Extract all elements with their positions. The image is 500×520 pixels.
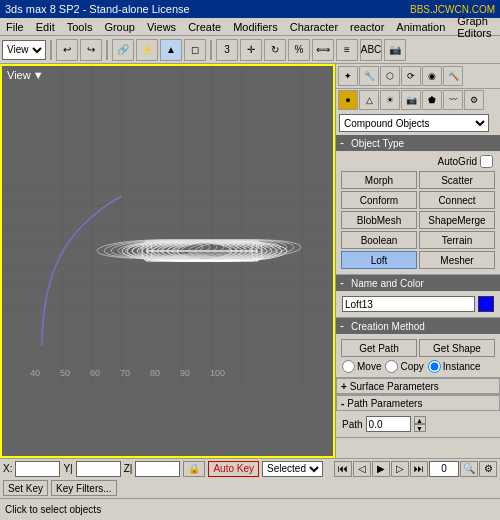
radio-copy[interactable] bbox=[385, 360, 398, 373]
mirror-btn[interactable]: ⟺ bbox=[312, 39, 334, 61]
blobmesh-btn[interactable]: BlobMesh bbox=[341, 211, 417, 229]
select-filter-btn[interactable]: 3 bbox=[216, 39, 238, 61]
key-filters-btn[interactable]: Key Filters... bbox=[51, 480, 117, 496]
undo-btn[interactable]: ↩ bbox=[56, 39, 78, 61]
link-btn[interactable]: 🔗 bbox=[112, 39, 134, 61]
lock-btn[interactable]: 🔒 bbox=[183, 461, 205, 477]
status-bar: Click to select objects bbox=[0, 498, 500, 520]
radio-instance-label[interactable]: Instance bbox=[428, 360, 481, 373]
name-color-label: Name and Color bbox=[351, 278, 424, 289]
snap-btn[interactable]: ABC bbox=[360, 39, 382, 61]
object-type-label: Object Type bbox=[351, 138, 404, 149]
panel-icon-lights[interactable]: ☀ bbox=[380, 90, 400, 110]
zoom-time-btn[interactable]: 🔍 bbox=[460, 461, 478, 477]
terrain-btn[interactable]: Terrain bbox=[419, 231, 495, 249]
panel-icon-shapes[interactable]: △ bbox=[359, 90, 379, 110]
object-type-section: - Object Type AutoGrid Morph Scatter Con… bbox=[336, 135, 500, 275]
panel-icon-systems[interactable]: ⚙ bbox=[464, 90, 484, 110]
menu-graph[interactable]: Graph Editors bbox=[451, 18, 497, 35]
panel-icon-utilities[interactable]: 🔨 bbox=[443, 66, 463, 86]
object-name-input[interactable] bbox=[342, 296, 475, 312]
status-text: Click to select objects bbox=[5, 504, 101, 515]
radio-move-label[interactable]: Move bbox=[342, 360, 381, 373]
loft-btn[interactable]: Loft bbox=[341, 251, 417, 269]
menu-group[interactable]: Group bbox=[98, 18, 141, 35]
toolbar-sep-3 bbox=[210, 40, 212, 60]
creation-method-collapse: - bbox=[340, 319, 344, 333]
select-region-btn[interactable]: ◻ bbox=[184, 39, 206, 61]
panel-icon-modify[interactable]: 🔧 bbox=[359, 66, 379, 86]
morph-btn[interactable]: Morph bbox=[341, 171, 417, 189]
menu-animation[interactable]: Animation bbox=[390, 18, 451, 35]
rotate-btn[interactable]: ↻ bbox=[264, 39, 286, 61]
prev-frame-btn[interactable]: ◁ bbox=[353, 461, 371, 477]
x-input[interactable] bbox=[15, 461, 60, 477]
compound-select[interactable]: Compound Objects bbox=[339, 114, 489, 132]
conform-btn[interactable]: Conform bbox=[341, 191, 417, 209]
connect-btn[interactable]: Connect bbox=[419, 191, 495, 209]
menu-edit[interactable]: Edit bbox=[30, 18, 61, 35]
camera-btn[interactable]: 📷 bbox=[384, 39, 406, 61]
path-spin-up[interactable]: ▲ bbox=[414, 416, 426, 424]
z-input[interactable] bbox=[135, 461, 180, 477]
radio-move[interactable] bbox=[342, 360, 355, 373]
path-value-input[interactable] bbox=[366, 416, 411, 432]
panel-icon-motion[interactable]: ⟳ bbox=[401, 66, 421, 86]
path-params-header[interactable]: - Path Parameters bbox=[336, 395, 500, 411]
select-btn[interactable]: ▲ bbox=[160, 39, 182, 61]
boolean-btn[interactable]: Boolean bbox=[341, 231, 417, 249]
path-params-content: Path ▲ ▼ bbox=[336, 411, 500, 437]
compound-dropdown-container: Compound Objects bbox=[339, 114, 497, 132]
panel-icon-cameras[interactable]: 📷 bbox=[401, 90, 421, 110]
path-spin-down[interactable]: ▼ bbox=[414, 424, 426, 432]
shapemerge-btn[interactable]: ShapeMerge bbox=[419, 211, 495, 229]
surface-params-header[interactable]: + Surface Parameters bbox=[336, 378, 500, 394]
path-spinner: ▲ ▼ bbox=[414, 416, 426, 432]
selected-dropdown[interactable]: Selected bbox=[262, 461, 323, 477]
menu-file[interactable]: File bbox=[0, 18, 30, 35]
name-color-header[interactable]: - Name and Color bbox=[336, 275, 500, 291]
frame-input[interactable] bbox=[429, 461, 459, 477]
bind-btn[interactable]: ⚡ bbox=[136, 39, 158, 61]
get-shape-btn[interactable]: Get Shape bbox=[419, 339, 495, 357]
set-key-btn[interactable]: Set Key bbox=[3, 480, 48, 496]
main-toolbar: View ↩ ↪ 🔗 ⚡ ▲ ◻ 3 ✛ ↻ % ⟺ ≡ ABC 📷 bbox=[0, 36, 500, 64]
menu-reactor[interactable]: reactor bbox=[344, 18, 390, 35]
move-btn[interactable]: ✛ bbox=[240, 39, 262, 61]
viewport[interactable]: View ▼ bbox=[0, 64, 335, 458]
panel-icon-hierarchy[interactable]: ⬡ bbox=[380, 66, 400, 86]
scatter-btn[interactable]: Scatter bbox=[419, 171, 495, 189]
radio-copy-label[interactable]: Copy bbox=[385, 360, 423, 373]
menu-character[interactable]: Character bbox=[284, 18, 344, 35]
play-btn[interactable]: ▶ bbox=[372, 461, 390, 477]
go-start-btn[interactable]: ⏮ bbox=[334, 461, 352, 477]
auto-key-btn[interactable]: Auto Key bbox=[208, 461, 259, 477]
name-color-collapse: - bbox=[340, 276, 344, 290]
scale-btn[interactable]: % bbox=[288, 39, 310, 61]
align-btn[interactable]: ≡ bbox=[336, 39, 358, 61]
panel-icon-helpers[interactable]: ⬟ bbox=[422, 90, 442, 110]
panel-icon-create[interactable]: ✦ bbox=[338, 66, 358, 86]
svg-text:60: 60 bbox=[90, 368, 100, 378]
object-type-header[interactable]: - Object Type bbox=[336, 135, 500, 151]
next-frame-btn[interactable]: ▷ bbox=[391, 461, 409, 477]
menu-tools[interactable]: Tools bbox=[61, 18, 99, 35]
panel-icon-display[interactable]: ◉ bbox=[422, 66, 442, 86]
color-swatch[interactable] bbox=[478, 296, 494, 312]
menu-views[interactable]: Views bbox=[141, 18, 182, 35]
view-select[interactable]: View bbox=[2, 40, 46, 60]
radio-instance[interactable] bbox=[428, 360, 441, 373]
panel-icon-spacewarps[interactable]: 〰 bbox=[443, 90, 463, 110]
surface-params-label: Surface Parameters bbox=[350, 381, 439, 392]
creation-method-header[interactable]: - Creation Method bbox=[336, 318, 500, 334]
go-end-btn[interactable]: ⏭ bbox=[410, 461, 428, 477]
redo-btn[interactable]: ↪ bbox=[80, 39, 102, 61]
get-path-btn[interactable]: Get Path bbox=[341, 339, 417, 357]
time-config-btn[interactable]: ⚙ bbox=[479, 461, 497, 477]
menu-modifiers[interactable]: Modifiers bbox=[227, 18, 284, 35]
panel-icon-geometry[interactable]: ● bbox=[338, 90, 358, 110]
menu-create[interactable]: Create bbox=[182, 18, 227, 35]
mesher-btn[interactable]: Mesher bbox=[419, 251, 495, 269]
autogrid-checkbox[interactable] bbox=[480, 155, 493, 168]
y-input[interactable] bbox=[76, 461, 121, 477]
